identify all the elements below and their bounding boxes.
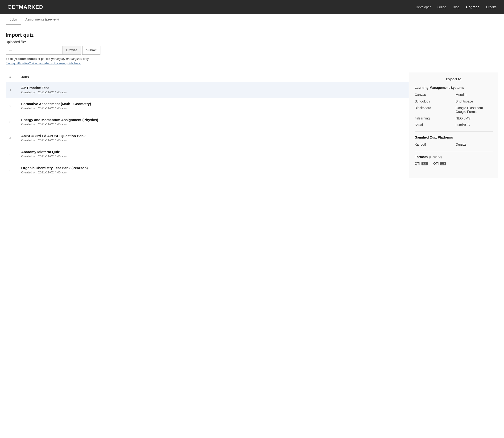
export-luminous[interactable]: LumiNUS	[456, 123, 493, 127]
export-quizizz[interactable]: Quizizz	[456, 142, 493, 146]
export-schoology[interactable]: Schoology	[415, 99, 452, 103]
table-row[interactable]: 3 Energy and Momentum Assignment (Physic…	[6, 114, 409, 130]
tabs-bar: Jobs Assignments (preview)	[0, 14, 504, 25]
table-row[interactable]: 6 Organic Chemistry Test Bank (Pearson) …	[6, 162, 409, 178]
job-date: Created on: 2021-11-02 4:45 a.m.	[21, 107, 405, 110]
export-divider-2	[415, 151, 493, 151]
job-title: Anatomy Midterm Quiz	[21, 150, 405, 154]
job-title: Energy and Momentum Assignment (Physics)	[21, 118, 405, 122]
job-title: AP Practice Test	[21, 86, 405, 90]
lms-grid: Canvas Moodle Schoology Brightspace Blac…	[415, 93, 493, 127]
job-info: Formative Assessment (Math - Geometry) C…	[21, 102, 405, 110]
table-row[interactable]: 5 Anatomy Midterm Quiz Created on: 2021-…	[6, 146, 409, 162]
qti-12-label: QTI	[433, 162, 439, 165]
col-name-header: Jobs	[21, 75, 405, 79]
navbar: GETMARKED Developer Guide Blog Upgrade C…	[0, 0, 504, 14]
job-number: 2	[10, 104, 21, 108]
hint-italic: (for legacy hardcopies)	[51, 57, 82, 61]
nav-upgrade[interactable]: Upgrade	[466, 5, 480, 9]
job-number: 6	[10, 168, 21, 172]
job-number: 4	[10, 136, 21, 140]
table-row[interactable]: 4 AMSCO 3rd Ed APUSH Question Bank Creat…	[6, 130, 409, 146]
job-date: Created on: 2021-11-02 4:45 a.m.	[21, 154, 405, 158]
job-date: Created on: 2021-11-02 4:45 a.m.	[21, 90, 405, 94]
formats-generic: (Generic)	[429, 155, 442, 159]
job-title: AMSCO 3rd Ed APUSH Question Bank	[21, 134, 405, 138]
nav-credits[interactable]: Credits	[486, 5, 496, 9]
upload-hint: docx (recommended) or pdf file (for lega…	[6, 57, 498, 61]
job-info: Energy and Momentum Assignment (Physics)…	[21, 118, 405, 126]
logo: GETMARKED	[8, 4, 43, 10]
lms-section-title: Learning Management Systems	[415, 86, 493, 89]
main-content: Import quiz Uploaded file* Browse Submit…	[0, 25, 504, 185]
logo-get: GET	[8, 4, 19, 10]
upload-row: Browse Submit	[6, 46, 498, 55]
job-number: 3	[10, 120, 21, 124]
job-info: Organic Chemistry Test Bank (Pearson) Cr…	[21, 166, 405, 174]
hint-bold: docx (recommended)	[6, 57, 36, 61]
export-google-classroom[interactable]: Google Classroom Google Forms	[456, 106, 493, 114]
content-area: # Jobs 1 AP Practice Test Created on: 20…	[6, 72, 498, 178]
navbar-links: Developer Guide Blog Upgrade Credits	[416, 5, 496, 9]
gamified-section-title: Gamified Quiz Platforms	[415, 135, 493, 139]
job-number: 5	[10, 152, 21, 156]
jobs-table-header: # Jobs	[6, 72, 409, 82]
job-info: AP Practice Test Created on: 2021-11-02 …	[21, 86, 405, 94]
job-date: Created on: 2021-11-02 4:45 a.m.	[21, 171, 405, 174]
job-date: Created on: 2021-11-02 4:45 a.m.	[21, 122, 405, 126]
formats-grid: QTI 2.1 QTI 1.2	[415, 162, 493, 165]
export-divider	[415, 131, 493, 132]
export-brightspace[interactable]: Brightspace	[456, 99, 493, 103]
export-panel: Export to Learning Management Systems Ca…	[409, 72, 498, 178]
tab-jobs[interactable]: Jobs	[6, 14, 21, 25]
tab-assignments[interactable]: Assignments (preview)	[21, 14, 63, 25]
job-info: AMSCO 3rd Ed APUSH Question Bank Created…	[21, 134, 405, 142]
export-moodle[interactable]: Moodle	[456, 93, 493, 97]
submit-button[interactable]: Submit	[82, 46, 101, 55]
export-qti-21[interactable]: QTI 2.1	[415, 162, 428, 165]
col-num-header: #	[10, 75, 21, 79]
table-row[interactable]: 1 AP Practice Test Created on: 2021-11-0…	[6, 82, 409, 98]
qti-21-label: QTI	[415, 162, 420, 165]
nav-developer[interactable]: Developer	[416, 5, 431, 9]
export-kahoot[interactable]: Kahoot!	[415, 142, 452, 146]
nav-blog[interactable]: Blog	[453, 5, 459, 9]
formats-title: Formats (Generic)	[415, 155, 493, 159]
export-sakai[interactable]: Sakai	[415, 123, 452, 127]
page-title: Import quiz	[6, 32, 498, 38]
hint-normal: or pdf file	[36, 57, 51, 61]
table-row[interactable]: 2 Formative Assessment (Math - Geometry)…	[6, 98, 409, 114]
export-header: Export to	[415, 77, 493, 81]
qti-21-badge: 2.1	[422, 162, 427, 165]
gamified-grid: Kahoot! Quizizz	[415, 142, 493, 146]
browse-button[interactable]: Browse	[62, 46, 81, 55]
hint-end: only.	[82, 57, 89, 61]
nav-guide[interactable]: Guide	[437, 5, 446, 9]
job-title: Formative Assessment (Math - Geometry)	[21, 102, 405, 106]
user-guide-link[interactable]: Facing difficulties? You can refer to th…	[6, 62, 498, 65]
export-canvas[interactable]: Canvas	[415, 93, 452, 97]
export-qti-12[interactable]: QTI 1.2	[433, 162, 446, 165]
job-info: Anatomy Midterm Quiz Created on: 2021-11…	[21, 150, 405, 158]
export-neo-lms[interactable]: NEO LMS	[456, 116, 493, 120]
export-blackboard[interactable]: Blackboard	[415, 106, 452, 114]
file-label: Uploaded file*	[6, 40, 498, 44]
job-title: Organic Chemistry Test Bank (Pearson)	[21, 166, 405, 170]
logo-marked: MARKED	[19, 4, 43, 10]
qti-12-badge: 1.2	[440, 162, 446, 165]
job-date: Created on: 2021-11-02 4:45 a.m.	[21, 139, 405, 142]
jobs-panel: # Jobs 1 AP Practice Test Created on: 20…	[6, 72, 409, 178]
export-itslearning[interactable]: itslearning	[415, 116, 452, 120]
formats-label: Formats	[415, 155, 428, 159]
file-input[interactable]	[6, 46, 62, 55]
job-number: 1	[10, 88, 21, 92]
